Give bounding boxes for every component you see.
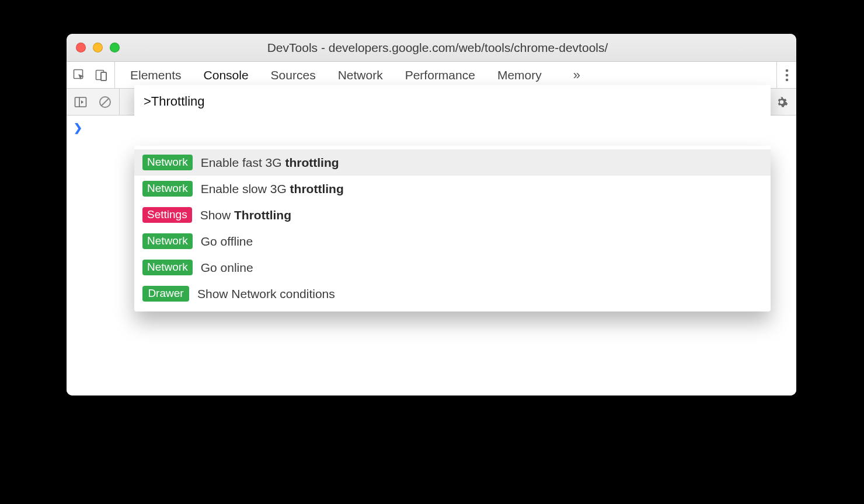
window-title: DevTools - developers.google.com/web/too… <box>120 41 796 55</box>
result-badge: Network <box>142 233 193 249</box>
command-results: NetworkEnable fast 3G throttlingNetworkE… <box>134 146 771 312</box>
main-menu[interactable] <box>776 62 796 88</box>
result-badge: Network <box>142 260 193 275</box>
result-badge: Network <box>142 155 193 170</box>
svg-point-4 <box>785 69 788 72</box>
inspect-element-icon[interactable] <box>72 68 86 82</box>
command-result[interactable]: SettingsShow Throttling <box>134 202 771 228</box>
command-result[interactable]: NetworkGo offline <box>134 228 771 254</box>
result-label: Go offline <box>201 235 253 249</box>
tab-network[interactable]: Network <box>338 68 383 82</box>
titlebar: DevTools - developers.google.com/web/too… <box>67 34 796 62</box>
svg-line-10 <box>102 99 109 106</box>
content-area: ❯ NetworkEnable fast 3G throttlingNetwor… <box>67 116 796 396</box>
console-toolbar <box>67 89 796 116</box>
command-result[interactable]: NetworkEnable fast 3G throttling <box>134 149 771 176</box>
zoom-icon[interactable] <box>110 43 120 52</box>
kebab-menu-icon[interactable] <box>785 69 789 82</box>
device-toggle-icon[interactable] <box>95 68 109 82</box>
tab-memory[interactable]: Memory <box>497 68 542 82</box>
tab-sources[interactable]: Sources <box>271 68 316 82</box>
tab-performance[interactable]: Performance <box>405 68 475 82</box>
result-label: Enable slow 3G throttling <box>201 182 344 196</box>
tab-elements[interactable]: Elements <box>130 68 182 82</box>
inspect-tools <box>67 62 115 88</box>
command-result[interactable]: DrawerShow Network conditions <box>134 281 771 307</box>
clear-console-icon[interactable] <box>98 95 112 109</box>
svg-rect-2 <box>101 72 106 80</box>
traffic-lights <box>67 43 120 52</box>
command-menu <box>134 85 771 120</box>
svg-point-6 <box>785 78 788 81</box>
devtools-window: DevTools - developers.google.com/web/too… <box>67 34 796 396</box>
settings-gear-icon[interactable] <box>775 96 788 108</box>
svg-point-5 <box>785 74 788 76</box>
panel-tabs: Elements Console Sources Network Perform… <box>115 62 776 88</box>
more-tabs-icon[interactable]: » <box>564 68 590 83</box>
minimize-icon[interactable] <box>93 43 103 52</box>
sidebar-toggle-icon[interactable] <box>74 95 88 109</box>
console-prompt-icon[interactable]: ❯ <box>74 121 82 134</box>
result-label: Go online <box>201 261 253 275</box>
close-icon[interactable] <box>76 43 86 52</box>
command-result[interactable]: NetworkGo online <box>134 254 771 281</box>
result-label: Enable fast 3G throttling <box>201 156 339 170</box>
result-label: Show Throttling <box>200 208 291 222</box>
svg-rect-7 <box>75 97 86 107</box>
result-label: Show Network conditions <box>197 287 335 301</box>
tab-console[interactable]: Console <box>204 68 249 82</box>
command-input[interactable] <box>134 85 771 119</box>
result-badge: Network <box>142 181 193 197</box>
command-result[interactable]: NetworkEnable slow 3G throttling <box>134 176 771 202</box>
result-badge: Settings <box>142 207 192 223</box>
result-badge: Drawer <box>142 286 189 302</box>
